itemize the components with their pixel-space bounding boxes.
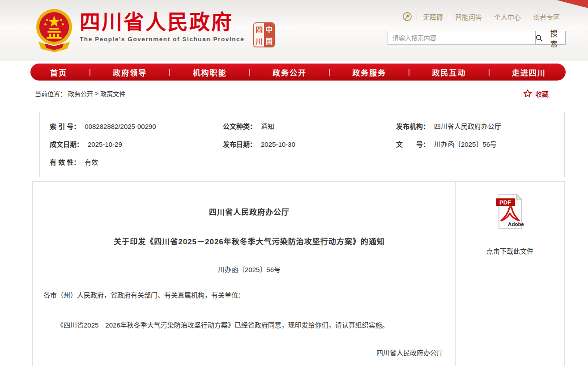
meta-issuing-agency: 发布机构：四川省人民政府办公厅 [396, 118, 564, 136]
breadcrumb-row: 当前位置： 政务公开 > 政策文件 收藏 [35, 88, 549, 99]
nav-item-gov-services[interactable]: 政务服务 [352, 67, 386, 78]
breadcrumb-label: 当前位置： [35, 89, 66, 98]
star-icon [523, 89, 533, 98]
attachment-sidebar: PDF Adobe 点击下载此文件 [455, 182, 564, 366]
meta-value: 2025-10-29 [88, 140, 122, 148]
nav-item-gov-info[interactable]: 政务公开 [273, 67, 307, 78]
document-salutation: 各市（州）人民政府，省政府有关部门、有关直属机构，有关单位： [43, 290, 455, 299]
meta-value: 008282882/2025-00290 [85, 123, 156, 130]
favorite-button[interactable]: 收藏 [523, 89, 549, 98]
nav-separator [249, 69, 250, 76]
nav-separator [489, 69, 490, 76]
meta-label: 公文种类： [223, 123, 256, 130]
metadata-row: 成文日期：2025-10-29 发布日期：2025-10-30 文 号：川办函〔… [50, 136, 564, 153]
nav-separator [169, 69, 170, 76]
breadcrumb: 当前位置： 政务公开 > 政策文件 [35, 89, 125, 98]
adobe-label: Adobe [508, 221, 524, 227]
meta-validity: 有 效 性：有效 [50, 153, 223, 171]
meta-label: 文 号： [396, 140, 430, 148]
site-logo[interactable]: 四川省人民政府 The People's Government of Sichu… [36, 6, 275, 53]
metadata-row: 索 引 号：008282882/2025-00290 公文种类：通知 发布机构：… [50, 118, 564, 136]
nav-item-about-sichuan[interactable]: 走进四川 [512, 67, 546, 78]
site-subtitle: The People's Government of Sichuan Provi… [80, 36, 244, 43]
metadata-row: 有 效 性：有效 [50, 153, 564, 171]
meta-index-number: 索 引 号：008282882/2025-00290 [50, 118, 223, 136]
meta-value: 川办函〔2025〕56号 [434, 140, 497, 148]
meta-label: 发布日期： [223, 140, 256, 148]
meta-label: 成文日期： [50, 140, 83, 148]
meta-publish-date: 发布日期：2025-10-30 [223, 136, 396, 153]
seal-char: 国 [264, 35, 274, 47]
meta-document-number: 文 号：川办函〔2025〕56号 [396, 136, 564, 153]
seal-char: 川 [254, 35, 264, 47]
corner-decoration [557, 0, 588, 8]
document-body: 四川省人民政府办公厅 关于印发《四川省2025－2026年秋冬季大气污染防治攻坚… [33, 182, 455, 366]
seal-char: 中 [264, 23, 274, 35]
utility-link-accessibility[interactable]: 无障碍 [417, 12, 449, 21]
seal-char: 四 [254, 23, 264, 35]
nav-separator [89, 69, 90, 76]
search-button-label: 搜 索 [544, 27, 565, 49]
document-number: 川办函〔2025〕56号 [43, 264, 455, 274]
nav-item-home[interactable]: 首页 [50, 67, 67, 78]
national-emblem-icon [36, 6, 72, 53]
meta-written-date: 成文日期：2025-10-29 [50, 136, 223, 153]
breadcrumb-link-gov-info[interactable]: 政务公开 [68, 89, 93, 98]
search-button[interactable]: 搜 索 [535, 31, 566, 45]
nav-separator [409, 69, 409, 76]
document-signature: 四川省人民政府办公厅 [43, 348, 455, 357]
nav-separator [329, 69, 330, 76]
nav-item-interaction[interactable]: 政民互动 [432, 67, 466, 78]
utility-link-smart-qa[interactable]: 智能问答 [449, 12, 488, 21]
meta-label: 索 引 号： [50, 123, 80, 130]
document-title: 关于印发《四川省2025－2026年秋冬季大气污染防治攻坚行动方案》的通知 [43, 235, 455, 247]
utility-link-senior-zone[interactable]: 长者专区 [527, 12, 566, 21]
site-title: 四川省人民政府 [80, 12, 244, 33]
site-header: 四川省人民政府 The People's Government of Sichu… [0, 0, 588, 61]
accessibility-icon[interactable] [402, 12, 412, 21]
meta-value: 有效 [85, 158, 98, 166]
document-issuing-org: 四川省人民政府办公厅 [43, 206, 455, 217]
favorite-label: 收藏 [535, 89, 549, 98]
pdf-file-icon[interactable]: PDF Adobe [496, 193, 524, 229]
meta-value: 2025-10-30 [261, 140, 295, 148]
meta-value: 通知 [261, 123, 274, 130]
search-bar: 搜 索 [388, 31, 566, 45]
search-icon [536, 34, 542, 42]
meta-value: 四川省人民政府办公厅 [434, 123, 501, 130]
sichuan-seal-icon: 四 中 川 国 [253, 22, 275, 47]
document-paragraph: 《四川省2025－2026年秋冬季大气污染防治攻坚行动方案》已经省政府同意，现印… [43, 320, 455, 331]
breadcrumb-separator: > [95, 90, 98, 97]
utility-link-personal-center[interactable]: 个人中心 [488, 12, 527, 21]
meta-label: 发布机构： [396, 123, 430, 130]
nav-item-org-functions[interactable]: 机构职能 [193, 67, 227, 78]
search-input[interactable] [388, 31, 535, 45]
breadcrumb-current-policy-files[interactable]: 政策文件 [100, 89, 125, 98]
download-file-link[interactable]: 点击下载此文件 [486, 246, 533, 255]
document-metadata-box: 索 引 号：008282882/2025-00290 公文种类：通知 发布机构：… [39, 112, 565, 177]
meta-label: 有 效 性： [50, 158, 80, 166]
utility-bar: 无障碍 智能问答 个人中心 长者专区 [402, 12, 566, 21]
main-nav: 首页 政府领导 机构职能 政务公开 政务服务 政民互动 走进四川 [30, 64, 566, 81]
pdf-banner-label: PDF [499, 199, 511, 206]
document-content-box: 四川省人民政府办公厅 关于印发《四川省2025－2026年秋冬季大气污染防治攻坚… [32, 181, 565, 366]
nav-item-gov-leaders[interactable]: 政府领导 [113, 67, 147, 78]
meta-document-type: 公文种类：通知 [223, 118, 396, 136]
